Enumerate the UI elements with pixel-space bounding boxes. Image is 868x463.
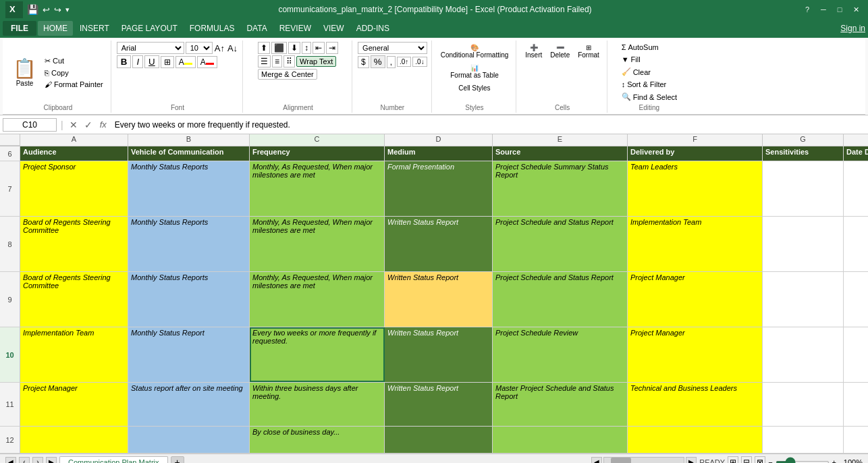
sheet-tab-scroll-prev[interactable]: ‹ bbox=[19, 457, 30, 464]
sheet-tab-scroll-next[interactable]: › bbox=[32, 457, 43, 464]
cell-a7[interactable]: Project Sponsor bbox=[20, 161, 128, 216]
fill-color-button[interactable]: A bbox=[175, 56, 196, 68]
cell-g9[interactable] bbox=[763, 272, 844, 327]
bold-button[interactable]: B bbox=[117, 55, 132, 68]
cell-b8[interactable]: Monthly Status Reports bbox=[128, 217, 250, 271]
cell-d12[interactable] bbox=[385, 427, 493, 453]
align-bottom-button[interactable]: ⬇ bbox=[288, 42, 300, 54]
cell-a12[interactable] bbox=[20, 427, 128, 453]
zoom-level[interactable]: 100% bbox=[839, 458, 863, 464]
font-name-select[interactable]: Arial bbox=[117, 42, 184, 54]
indent-decrease-button[interactable]: ⇤ bbox=[313, 42, 325, 54]
cell-f9[interactable]: Project Manager bbox=[628, 272, 763, 327]
cell-e6[interactable]: Source bbox=[493, 146, 628, 161]
confirm-icon[interactable]: ✓ bbox=[82, 119, 94, 130]
align-left-button[interactable]: ☰ bbox=[258, 55, 271, 67]
menu-data[interactable]: DATA bbox=[241, 21, 272, 36]
cell-e7[interactable]: Project Schedule Summary Status Report bbox=[493, 161, 628, 216]
copy-button[interactable]: ⎘Copy bbox=[41, 67, 107, 78]
insert-cells-button[interactable]: ➕ Insert bbox=[522, 42, 545, 61]
cell-f12[interactable] bbox=[628, 427, 763, 453]
indent-increase-button[interactable]: ⇥ bbox=[326, 42, 338, 54]
cell-a9[interactable]: Board of Regents Steering Committee bbox=[20, 272, 128, 327]
cell-g11[interactable] bbox=[763, 383, 844, 426]
cell-e10[interactable]: Project Schedule Review bbox=[493, 327, 628, 382]
font-color-button[interactable]: A bbox=[197, 56, 217, 68]
sheet-tab-communication-plan[interactable]: Communication Plan Matrix bbox=[59, 456, 168, 463]
cell-g8[interactable] bbox=[763, 217, 844, 271]
scrollbar-thumb[interactable] bbox=[611, 458, 631, 464]
sign-in[interactable]: Sign in bbox=[840, 24, 865, 33]
sheet-tab-scroll-right[interactable]: ▶ bbox=[46, 457, 57, 464]
conditional-formatting-button[interactable]: 🎨 Conditional Formatting bbox=[437, 42, 512, 61]
cell-c8[interactable]: Monthly, As Requested, When major milest… bbox=[250, 217, 385, 271]
cell-c6[interactable]: Frequency bbox=[250, 146, 385, 161]
cell-d7[interactable]: Formal Presentation bbox=[385, 161, 493, 216]
menu-page-layout[interactable]: PAGE LAYOUT bbox=[116, 21, 183, 36]
cell-d6[interactable]: Medium bbox=[385, 146, 493, 161]
cell-h6[interactable]: Date Delivered bbox=[844, 146, 868, 161]
menu-view[interactable]: VIEW bbox=[318, 21, 350, 36]
find-select-button[interactable]: 🔍 Find & Select bbox=[618, 91, 680, 103]
cell-d9[interactable]: Written Status Report bbox=[385, 272, 493, 327]
row-header-7[interactable]: 7 bbox=[0, 161, 20, 216]
row-header-6[interactable]: 6 bbox=[0, 146, 20, 161]
cell-a6[interactable]: Audience bbox=[20, 146, 128, 161]
close-button[interactable]: ✕ bbox=[849, 4, 863, 15]
paste-button[interactable]: 📋 Paste bbox=[9, 55, 40, 89]
cell-h12[interactable] bbox=[844, 427, 868, 453]
cell-c7[interactable]: Monthly, As Requested, When major milest… bbox=[250, 161, 385, 216]
format-painter-button[interactable]: 🖌Format Painter bbox=[41, 79, 107, 90]
cut-button[interactable]: ✂Cut bbox=[41, 55, 107, 67]
cell-c9[interactable]: Monthly, As Requested, When major milest… bbox=[250, 272, 385, 327]
cell-e8[interactable]: Project Schedule and Status Report bbox=[493, 217, 628, 271]
cell-b7[interactable]: Monthly Status Reports bbox=[128, 161, 250, 216]
cell-b12[interactable] bbox=[128, 427, 250, 453]
number-format-select[interactable]: General bbox=[358, 42, 427, 54]
align-center-button[interactable]: ≡ bbox=[272, 55, 282, 67]
cell-reference-input[interactable] bbox=[3, 118, 57, 132]
scroll-left-btn[interactable]: ◀ bbox=[591, 457, 602, 464]
row-header-8[interactable]: 8 bbox=[0, 217, 20, 271]
cell-f10[interactable]: Project Manager bbox=[628, 327, 763, 382]
cell-g6[interactable]: Sensitivities bbox=[763, 146, 844, 161]
cell-a11[interactable]: Project Manager bbox=[20, 383, 128, 426]
wrap-text-button[interactable]: Wrap Text bbox=[296, 56, 336, 67]
view-page-break-button[interactable]: ⊠ bbox=[755, 456, 765, 464]
font-size-select[interactable]: 10 bbox=[186, 42, 213, 54]
cell-f11[interactable]: Technical and Business Leaders bbox=[628, 383, 763, 426]
align-top-button[interactable]: ⬆ bbox=[258, 42, 270, 54]
fill-button[interactable]: ▼ Fill bbox=[618, 54, 644, 65]
cell-c10[interactable]: Every two weeks or more frequently if re… bbox=[250, 327, 385, 382]
cell-styles-button[interactable]: Cell Styles bbox=[455, 82, 493, 94]
cell-f7[interactable]: Team Leaders bbox=[628, 161, 763, 216]
help-button[interactable]: ? bbox=[801, 4, 814, 15]
cell-d10[interactable]: Written Status Report bbox=[385, 327, 493, 382]
currency-button[interactable]: $ bbox=[358, 56, 369, 68]
zoom-out-button[interactable]: − bbox=[768, 458, 772, 464]
cell-d11[interactable]: Written Status Report bbox=[385, 383, 493, 426]
menu-review[interactable]: REVIEW bbox=[274, 21, 317, 36]
row-header-11[interactable]: 11 bbox=[0, 383, 20, 426]
cell-g10[interactable] bbox=[763, 327, 844, 382]
col-header-b[interactable]: B bbox=[128, 134, 250, 146]
zoom-slider[interactable] bbox=[776, 461, 830, 464]
underline-button[interactable]: U bbox=[144, 55, 159, 68]
quick-access-undo[interactable]: ↩ bbox=[43, 5, 50, 15]
cell-a8[interactable]: Board of Regents Steering Committee bbox=[20, 217, 128, 271]
col-header-f[interactable]: F bbox=[628, 134, 763, 146]
cell-b11[interactable]: Status report after on site meeting bbox=[128, 383, 250, 426]
cell-b10[interactable]: Monthly Status Report bbox=[128, 327, 250, 382]
col-header-d[interactable]: D bbox=[385, 134, 493, 146]
clear-button[interactable]: 🧹 Clear bbox=[618, 66, 654, 78]
view-normal-button[interactable]: ⊞ bbox=[728, 456, 738, 464]
decimal-decrease-button[interactable]: .0↓ bbox=[412, 57, 427, 67]
menu-formulas[interactable]: FORMULAS bbox=[184, 21, 240, 36]
col-header-g[interactable]: G bbox=[763, 134, 844, 146]
formula-input[interactable] bbox=[112, 119, 865, 131]
cell-g12[interactable] bbox=[763, 427, 844, 453]
row-header-10[interactable]: 10 bbox=[0, 327, 20, 382]
cell-e9[interactable]: Project Schedule and Status Report bbox=[493, 272, 628, 327]
cell-h10[interactable] bbox=[844, 327, 868, 382]
cell-h9[interactable] bbox=[844, 272, 868, 327]
